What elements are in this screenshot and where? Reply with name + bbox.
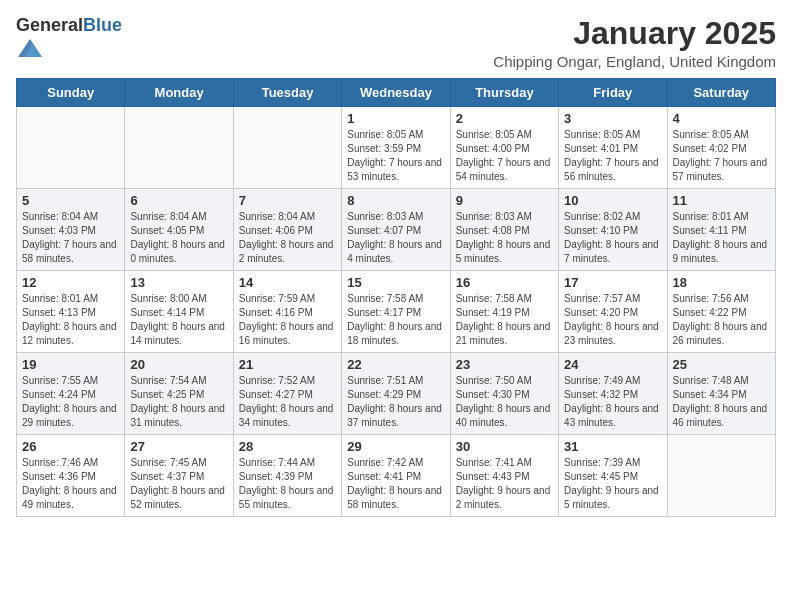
day-info: Sunrise: 8:03 AM Sunset: 4:08 PM Dayligh…: [456, 210, 553, 266]
day-number: 3: [564, 111, 661, 126]
day-info: Sunrise: 8:05 AM Sunset: 4:02 PM Dayligh…: [673, 128, 770, 184]
calendar-cell: [233, 107, 341, 189]
day-number: 10: [564, 193, 661, 208]
calendar-cell: 9Sunrise: 8:03 AM Sunset: 4:08 PM Daylig…: [450, 189, 558, 271]
day-info: Sunrise: 7:41 AM Sunset: 4:43 PM Dayligh…: [456, 456, 553, 512]
day-number: 22: [347, 357, 444, 372]
weekday-header-friday: Friday: [559, 79, 667, 107]
logo-blue-text: Blue: [83, 15, 122, 35]
calendar-cell: 2Sunrise: 8:05 AM Sunset: 4:00 PM Daylig…: [450, 107, 558, 189]
day-number: 12: [22, 275, 119, 290]
calendar-cell: 31Sunrise: 7:39 AM Sunset: 4:45 PM Dayli…: [559, 435, 667, 517]
calendar-cell: 20Sunrise: 7:54 AM Sunset: 4:25 PM Dayli…: [125, 353, 233, 435]
day-number: 21: [239, 357, 336, 372]
calendar-cell: [17, 107, 125, 189]
page-header: GeneralBlue January 2025 Chipping Ongar,…: [16, 16, 776, 70]
day-number: 1: [347, 111, 444, 126]
weekday-header-sunday: Sunday: [17, 79, 125, 107]
day-number: 20: [130, 357, 227, 372]
day-info: Sunrise: 8:05 AM Sunset: 3:59 PM Dayligh…: [347, 128, 444, 184]
day-info: Sunrise: 7:39 AM Sunset: 4:45 PM Dayligh…: [564, 456, 661, 512]
day-info: Sunrise: 8:04 AM Sunset: 4:06 PM Dayligh…: [239, 210, 336, 266]
day-info: Sunrise: 7:42 AM Sunset: 4:41 PM Dayligh…: [347, 456, 444, 512]
day-number: 2: [456, 111, 553, 126]
title-block: January 2025 Chipping Ongar, England, Un…: [493, 16, 776, 70]
day-info: Sunrise: 7:56 AM Sunset: 4:22 PM Dayligh…: [673, 292, 770, 348]
day-info: Sunrise: 8:01 AM Sunset: 4:11 PM Dayligh…: [673, 210, 770, 266]
day-info: Sunrise: 7:44 AM Sunset: 4:39 PM Dayligh…: [239, 456, 336, 512]
day-number: 19: [22, 357, 119, 372]
day-info: Sunrise: 7:51 AM Sunset: 4:29 PM Dayligh…: [347, 374, 444, 430]
calendar-week-row: 12Sunrise: 8:01 AM Sunset: 4:13 PM Dayli…: [17, 271, 776, 353]
calendar-cell: 12Sunrise: 8:01 AM Sunset: 4:13 PM Dayli…: [17, 271, 125, 353]
day-number: 11: [673, 193, 770, 208]
calendar-cell: 7Sunrise: 8:04 AM Sunset: 4:06 PM Daylig…: [233, 189, 341, 271]
day-number: 18: [673, 275, 770, 290]
weekday-header-thursday: Thursday: [450, 79, 558, 107]
day-info: Sunrise: 8:05 AM Sunset: 4:00 PM Dayligh…: [456, 128, 553, 184]
day-info: Sunrise: 7:49 AM Sunset: 4:32 PM Dayligh…: [564, 374, 661, 430]
day-info: Sunrise: 7:46 AM Sunset: 4:36 PM Dayligh…: [22, 456, 119, 512]
calendar-cell: 18Sunrise: 7:56 AM Sunset: 4:22 PM Dayli…: [667, 271, 775, 353]
day-info: Sunrise: 7:59 AM Sunset: 4:16 PM Dayligh…: [239, 292, 336, 348]
calendar-table: SundayMondayTuesdayWednesdayThursdayFrid…: [16, 78, 776, 517]
calendar-cell: [125, 107, 233, 189]
calendar-cell: 25Sunrise: 7:48 AM Sunset: 4:34 PM Dayli…: [667, 353, 775, 435]
day-info: Sunrise: 7:48 AM Sunset: 4:34 PM Dayligh…: [673, 374, 770, 430]
logo: GeneralBlue: [16, 16, 122, 64]
day-number: 8: [347, 193, 444, 208]
day-info: Sunrise: 7:58 AM Sunset: 4:17 PM Dayligh…: [347, 292, 444, 348]
calendar-cell: 10Sunrise: 8:02 AM Sunset: 4:10 PM Dayli…: [559, 189, 667, 271]
day-info: Sunrise: 8:01 AM Sunset: 4:13 PM Dayligh…: [22, 292, 119, 348]
calendar-week-row: 1Sunrise: 8:05 AM Sunset: 3:59 PM Daylig…: [17, 107, 776, 189]
calendar-cell: 23Sunrise: 7:50 AM Sunset: 4:30 PM Dayli…: [450, 353, 558, 435]
day-number: 6: [130, 193, 227, 208]
calendar-week-row: 5Sunrise: 8:04 AM Sunset: 4:03 PM Daylig…: [17, 189, 776, 271]
calendar-cell: 8Sunrise: 8:03 AM Sunset: 4:07 PM Daylig…: [342, 189, 450, 271]
day-number: 25: [673, 357, 770, 372]
calendar-cell: 27Sunrise: 7:45 AM Sunset: 4:37 PM Dayli…: [125, 435, 233, 517]
calendar-cell: [667, 435, 775, 517]
calendar-week-row: 19Sunrise: 7:55 AM Sunset: 4:24 PM Dayli…: [17, 353, 776, 435]
day-number: 7: [239, 193, 336, 208]
calendar-cell: 22Sunrise: 7:51 AM Sunset: 4:29 PM Dayli…: [342, 353, 450, 435]
calendar-cell: 24Sunrise: 7:49 AM Sunset: 4:32 PM Dayli…: [559, 353, 667, 435]
weekday-header-wednesday: Wednesday: [342, 79, 450, 107]
day-number: 13: [130, 275, 227, 290]
calendar-cell: 30Sunrise: 7:41 AM Sunset: 4:43 PM Dayli…: [450, 435, 558, 517]
day-number: 4: [673, 111, 770, 126]
calendar-cell: 5Sunrise: 8:04 AM Sunset: 4:03 PM Daylig…: [17, 189, 125, 271]
day-number: 16: [456, 275, 553, 290]
day-number: 26: [22, 439, 119, 454]
day-info: Sunrise: 8:03 AM Sunset: 4:07 PM Dayligh…: [347, 210, 444, 266]
day-number: 31: [564, 439, 661, 454]
calendar-cell: 19Sunrise: 7:55 AM Sunset: 4:24 PM Dayli…: [17, 353, 125, 435]
day-number: 9: [456, 193, 553, 208]
logo-icon: [18, 36, 42, 60]
weekday-header-tuesday: Tuesday: [233, 79, 341, 107]
calendar-cell: 15Sunrise: 7:58 AM Sunset: 4:17 PM Dayli…: [342, 271, 450, 353]
day-number: 14: [239, 275, 336, 290]
location-text: Chipping Ongar, England, United Kingdom: [493, 53, 776, 70]
day-number: 23: [456, 357, 553, 372]
calendar-cell: 3Sunrise: 8:05 AM Sunset: 4:01 PM Daylig…: [559, 107, 667, 189]
month-title: January 2025: [493, 16, 776, 51]
day-number: 27: [130, 439, 227, 454]
day-number: 29: [347, 439, 444, 454]
day-info: Sunrise: 8:00 AM Sunset: 4:14 PM Dayligh…: [130, 292, 227, 348]
day-number: 15: [347, 275, 444, 290]
weekday-header-monday: Monday: [125, 79, 233, 107]
calendar-cell: 26Sunrise: 7:46 AM Sunset: 4:36 PM Dayli…: [17, 435, 125, 517]
calendar-cell: 16Sunrise: 7:58 AM Sunset: 4:19 PM Dayli…: [450, 271, 558, 353]
weekday-header-saturday: Saturday: [667, 79, 775, 107]
day-info: Sunrise: 7:45 AM Sunset: 4:37 PM Dayligh…: [130, 456, 227, 512]
day-info: Sunrise: 8:02 AM Sunset: 4:10 PM Dayligh…: [564, 210, 661, 266]
calendar-cell: 17Sunrise: 7:57 AM Sunset: 4:20 PM Dayli…: [559, 271, 667, 353]
logo-general-text: General: [16, 15, 83, 35]
day-info: Sunrise: 7:58 AM Sunset: 4:19 PM Dayligh…: [456, 292, 553, 348]
calendar-cell: 6Sunrise: 8:04 AM Sunset: 4:05 PM Daylig…: [125, 189, 233, 271]
day-number: 24: [564, 357, 661, 372]
day-number: 5: [22, 193, 119, 208]
calendar-cell: 14Sunrise: 7:59 AM Sunset: 4:16 PM Dayli…: [233, 271, 341, 353]
day-info: Sunrise: 7:54 AM Sunset: 4:25 PM Dayligh…: [130, 374, 227, 430]
